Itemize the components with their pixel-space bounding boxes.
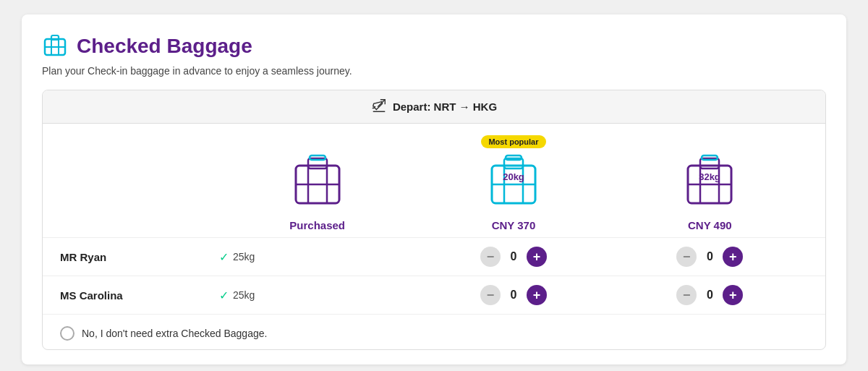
option-purchased: Purchased (219, 135, 415, 231)
empty-col (60, 135, 219, 231)
svg-text:32kg: 32kg (699, 171, 721, 182)
included-weight-ryan: 25kg (233, 251, 255, 263)
option-20kg: Most popular 20kg CNY 370 (415, 135, 611, 231)
option-32kg: 32kg CNY 490 (612, 135, 808, 231)
check-icon-carolina: ✓ (219, 289, 229, 302)
luggage-purchased-icon (292, 153, 343, 210)
most-popular-badge: Most popular (481, 135, 545, 148)
header-row: Checked Baggage (42, 32, 826, 61)
included-weight-carolina: 25kg (233, 289, 255, 301)
subtitle: Plan your Check-in baggage in advance to… (42, 65, 826, 77)
purchased-label: Purchased (289, 219, 345, 231)
qty-ryan-32kg: 0 (702, 250, 717, 263)
qty-carolina-32kg: 0 (702, 289, 717, 302)
qty-ryan-20kg: 0 (506, 250, 521, 263)
plus-button-carolina-20kg[interactable]: + (527, 285, 547, 305)
price-20kg: CNY 370 (492, 219, 536, 231)
plus-button-carolina-32kg[interactable]: + (723, 285, 743, 305)
minus-button-carolina-32kg[interactable]: − (676, 285, 697, 305)
luggage-20kg-icon: 20kg (488, 153, 539, 210)
no-extra-row: No, I don't need extra Checked Baggage. (43, 315, 825, 349)
passenger-name-carolina: MS Carolina (60, 289, 219, 302)
page-title: Checked Baggage (77, 35, 252, 58)
depart-header: Depart: NRT → HKG (43, 90, 825, 124)
no-extra-radio[interactable] (60, 326, 75, 341)
options-header-row: Purchased Most popular 20kg CNY (43, 124, 825, 238)
depart-label: Depart: NRT → HKG (393, 101, 497, 113)
section-box: Depart: NRT → HKG (42, 90, 826, 350)
svg-rect-1 (51, 35, 59, 40)
page-container: Checked Baggage Plan your Check-in bagga… (22, 14, 846, 364)
included-bag-carolina: ✓ 25kg (219, 289, 415, 302)
suitcase-icon (42, 32, 68, 61)
minus-button-ryan-32kg[interactable]: − (676, 247, 697, 267)
plus-button-ryan-20kg[interactable]: + (527, 247, 547, 267)
passenger-row-carolina: MS Carolina ✓ 25kg − 0 + − 0 + (43, 276, 825, 315)
svg-text:20kg: 20kg (503, 171, 524, 182)
stepper-ryan-20kg: − 0 + (415, 247, 611, 267)
plane-icon (371, 98, 387, 116)
passenger-row-ryan: MR Ryan ✓ 25kg − 0 + − 0 + (43, 238, 825, 276)
no-extra-label: No, I don't need extra Checked Baggage. (82, 328, 267, 339)
qty-carolina-20kg: 0 (506, 289, 521, 302)
price-32kg: CNY 490 (688, 219, 732, 231)
check-icon-ryan: ✓ (219, 250, 229, 264)
included-bag-ryan: ✓ 25kg (219, 250, 415, 264)
stepper-carolina-32kg: − 0 + (612, 285, 808, 305)
plus-button-ryan-32kg[interactable]: + (723, 247, 743, 267)
minus-button-carolina-20kg[interactable]: − (480, 285, 501, 305)
luggage-32kg-icon: 32kg (684, 153, 735, 210)
stepper-ryan-32kg: − 0 + (612, 247, 808, 267)
passenger-name-ryan: MR Ryan (60, 251, 219, 263)
stepper-carolina-20kg: − 0 + (415, 285, 611, 305)
minus-button-ryan-20kg[interactable]: − (480, 247, 501, 267)
